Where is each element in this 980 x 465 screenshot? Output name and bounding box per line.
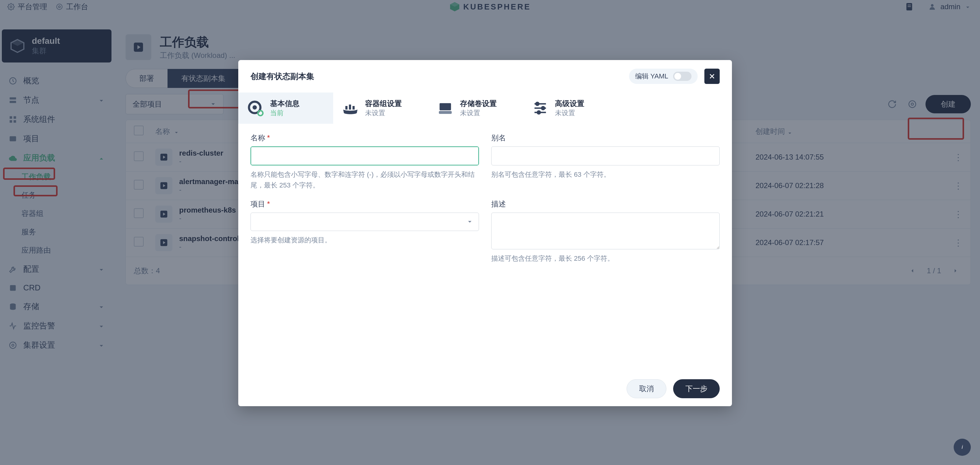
step-sub: 未设置 <box>555 108 584 118</box>
desc-help: 描述可包含任意字符，最长 256 个字符。 <box>491 253 720 264</box>
edit-yaml-label: 编辑 YAML <box>635 72 668 81</box>
alias-help: 别名可包含任意字符，最长 63 个字符。 <box>491 169 720 180</box>
create-statefulset-modal: 创建有状态副本集 编辑 YAML 基本信息当前 容器组设置未设置 存储卷设置未设… <box>238 60 732 406</box>
svg-point-39 <box>542 107 544 109</box>
modal-title: 创建有状态副本集 <box>250 71 314 82</box>
project-label: 项目 <box>250 200 265 208</box>
switch-icon <box>673 72 692 81</box>
svg-point-31 <box>253 105 257 110</box>
svg-rect-33 <box>345 106 348 110</box>
svg-point-38 <box>536 102 539 105</box>
required-mark: * <box>267 200 270 208</box>
chevron-down-icon <box>466 218 473 225</box>
svg-rect-36 <box>439 103 451 110</box>
step-label: 容器组设置 <box>365 99 402 108</box>
step-sub: 当前 <box>270 108 299 118</box>
svg-rect-37 <box>439 111 452 114</box>
step-pod[interactable]: 容器组设置未设置 <box>333 92 428 124</box>
step-label: 存储卷设置 <box>460 99 497 108</box>
cancel-button[interactable]: 取消 <box>627 379 667 398</box>
step-label: 高级设置 <box>555 99 584 108</box>
close-button[interactable] <box>705 68 720 84</box>
name-help: 名称只能包含小写字母、数字和连字符 (-)，必须以小写字母或数字开头和结尾，最长… <box>250 169 479 191</box>
volume-icon <box>437 100 454 117</box>
container-icon <box>342 100 359 117</box>
svg-rect-35 <box>353 106 355 110</box>
step-sub: 未设置 <box>460 108 497 118</box>
alias-label: 别名 <box>491 133 720 143</box>
help-fab[interactable]: i <box>954 439 971 456</box>
step-basic[interactable]: 基本信息当前 <box>238 92 333 124</box>
svg-point-40 <box>538 111 540 114</box>
step-label: 基本信息 <box>270 99 299 108</box>
svg-rect-34 <box>349 105 351 109</box>
step-advanced[interactable]: 高级设置未设置 <box>523 92 618 124</box>
alias-input[interactable] <box>491 147 720 166</box>
project-select[interactable] <box>250 213 479 231</box>
next-button[interactable]: 下一步 <box>673 379 720 398</box>
step-sub: 未设置 <box>365 108 402 118</box>
step-volume[interactable]: 存储卷设置未设置 <box>428 92 523 124</box>
name-input[interactable] <box>250 147 479 166</box>
project-help: 选择将要创建资源的项目。 <box>250 235 479 245</box>
edit-yaml-toggle[interactable]: 编辑 YAML <box>629 68 698 84</box>
required-mark: * <box>267 134 270 142</box>
desc-label: 描述 <box>491 199 720 209</box>
desc-textarea[interactable] <box>491 213 720 249</box>
svg-point-32 <box>258 111 263 115</box>
target-icon <box>247 100 264 117</box>
name-label: 名称 <box>250 134 265 142</box>
sliders-icon <box>531 100 549 117</box>
